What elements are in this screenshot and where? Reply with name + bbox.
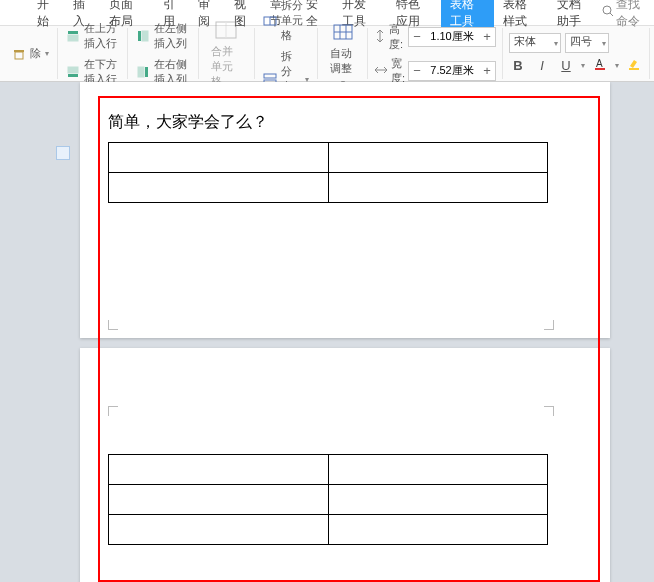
margin-mark-icon: [544, 406, 554, 416]
height-label: 高度:: [389, 22, 405, 52]
svg-rect-24: [629, 68, 639, 70]
dropdown-caret-icon: ▾: [554, 39, 558, 48]
svg-line-1: [610, 13, 613, 16]
svg-rect-9: [138, 31, 141, 41]
row-width: 宽度: − +: [374, 56, 496, 86]
body-text[interactable]: 简单，大家学会了么？: [108, 112, 268, 133]
width-plus[interactable]: +: [479, 62, 495, 80]
table-row[interactable]: [109, 173, 548, 203]
search-icon: [602, 5, 614, 20]
table-row[interactable]: [109, 485, 548, 515]
highlight-icon: [627, 57, 641, 74]
group-split: 拆分单元格 拆分表格 ▾: [255, 28, 318, 79]
font-name-value: 宋体: [514, 35, 536, 47]
delete-button[interactable]: 除 ▾: [10, 45, 51, 62]
row-height: 高度: − +: [374, 22, 496, 52]
width-input[interactable]: [425, 65, 479, 77]
insert-col-left-icon: [136, 29, 150, 43]
height-minus[interactable]: −: [409, 28, 425, 46]
delete-label: 除: [30, 46, 41, 61]
svg-rect-5: [68, 31, 78, 34]
merge-cells-icon: [214, 18, 238, 42]
font-size-select[interactable]: 四号 ▾: [565, 33, 609, 53]
dropdown-caret-icon: ▾: [615, 61, 619, 70]
format-row: B I U ▾ A ▾: [509, 57, 643, 75]
group-dimensions: 高度: − + 宽度: − +: [368, 28, 503, 79]
width-stepper[interactable]: − +: [408, 61, 496, 81]
font-name-select[interactable]: 宋体 ▾: [509, 33, 561, 53]
svg-rect-16: [264, 74, 276, 78]
group-delete: 除 ▾: [4, 28, 58, 79]
table-1[interactable]: [108, 142, 548, 203]
auto-adjust-icon: [331, 20, 355, 44]
split-cells-button[interactable]: 拆分单元格: [261, 0, 311, 44]
height-stepper[interactable]: − +: [408, 27, 496, 47]
svg-rect-7: [68, 74, 78, 77]
ribbon-toolbar: 除 ▾ 在上方插入行 在下方插入行 在左侧插入列 在右侧插入列 合并单元格: [0, 26, 654, 82]
width-icon: [374, 64, 388, 78]
group-insert-rows: 在上方插入行 在下方插入行: [58, 28, 128, 79]
page-1[interactable]: 简单，大家学会了么？: [80, 82, 610, 338]
highlight-button[interactable]: [625, 57, 643, 75]
width-label: 宽度:: [391, 56, 405, 86]
split-cells-icon: [263, 14, 277, 28]
underline-button[interactable]: U: [557, 57, 575, 75]
height-input[interactable]: [425, 31, 479, 43]
table-row[interactable]: [109, 143, 548, 173]
insert-row-below-icon: [66, 65, 80, 79]
bold-button[interactable]: B: [509, 57, 527, 75]
split-cells-label: 拆分单元格: [281, 0, 309, 43]
height-plus[interactable]: +: [479, 28, 495, 46]
svg-rect-8: [142, 31, 148, 41]
insert-col-right-icon: [136, 65, 150, 79]
margin-mark-icon: [108, 406, 118, 416]
font-size-value: 四号: [570, 35, 592, 47]
auto-adjust-button[interactable]: 自动调整 ▾: [324, 18, 360, 89]
svg-rect-23: [595, 68, 605, 70]
height-icon: [374, 29, 386, 45]
search-placeholder: 查找命令: [616, 0, 648, 30]
width-minus[interactable]: −: [409, 62, 425, 80]
merge-cells-button[interactable]: 合并单元格: [205, 16, 249, 91]
font-color-icon: A: [593, 57, 607, 74]
insert-col-left-button[interactable]: 在左侧插入列: [134, 20, 191, 52]
insert-row-above-button[interactable]: 在上方插入行: [64, 20, 121, 52]
search-box[interactable]: 查找命令: [602, 0, 648, 30]
svg-rect-3: [14, 50, 24, 52]
dropdown-caret-icon: ▾: [45, 49, 49, 58]
auto-adjust-label: 自动调整: [330, 46, 354, 76]
table-2[interactable]: [108, 454, 548, 545]
svg-text:A: A: [596, 58, 603, 69]
page-2[interactable]: [80, 348, 610, 582]
italic-button[interactable]: I: [533, 57, 551, 75]
insert-col-left-label: 在左侧插入列: [154, 21, 189, 51]
font-color-button[interactable]: A: [591, 57, 609, 75]
group-font: 宋体 ▾ 四号 ▾ B I U ▾ A ▾: [503, 28, 650, 79]
margin-mark-icon: [544, 320, 554, 330]
delete-icon: [12, 47, 26, 61]
group-insert-cols: 在左侧插入列 在右侧插入列: [128, 28, 198, 79]
group-merge: 合并单元格: [199, 28, 256, 79]
dropdown-caret-icon: ▾: [581, 61, 585, 70]
svg-rect-11: [145, 67, 148, 77]
svg-rect-10: [138, 67, 144, 77]
group-auto-adjust: 自动调整 ▾: [318, 28, 367, 79]
table-row[interactable]: [109, 515, 548, 545]
document-area[interactable]: 简单，大家学会了么？: [0, 82, 654, 582]
insert-row-above-label: 在上方插入行: [84, 21, 119, 51]
svg-rect-6: [68, 67, 78, 73]
table-row[interactable]: [109, 455, 548, 485]
page-indicator-icon[interactable]: [56, 146, 70, 160]
insert-row-above-icon: [66, 29, 80, 43]
svg-rect-2: [15, 52, 23, 59]
svg-rect-4: [68, 35, 78, 41]
dropdown-caret-icon: ▾: [602, 39, 606, 48]
svg-point-0: [603, 6, 611, 14]
margin-mark-icon: [108, 320, 118, 330]
